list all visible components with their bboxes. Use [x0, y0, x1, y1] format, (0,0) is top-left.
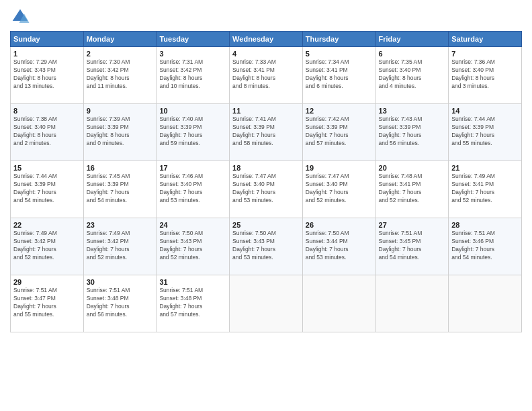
day-info: Sunrise: 7:49 AM Sunset: 3:42 PM Dayligh…	[87, 230, 154, 262]
day-number: 12	[306, 107, 373, 115]
calendar-cell: 13Sunrise: 7:43 AM Sunset: 3:39 PM Dayli…	[375, 104, 449, 161]
day-info: Sunrise: 7:38 AM Sunset: 3:40 PM Dayligh…	[13, 116, 81, 148]
calendar-cell: 28Sunrise: 7:51 AM Sunset: 3:46 PM Dayli…	[449, 218, 522, 275]
day-number: 16	[87, 164, 154, 172]
day-number: 7	[451, 50, 519, 58]
day-number: 18	[232, 164, 300, 172]
day-number: 29	[13, 278, 81, 286]
calendar-cell: 4Sunrise: 7:33 AM Sunset: 3:41 PM Daylig…	[230, 47, 303, 104]
calendar-cell: 12Sunrise: 7:42 AM Sunset: 3:39 PM Dayli…	[302, 104, 375, 161]
day-info: Sunrise: 7:34 AM Sunset: 3:41 PM Dayligh…	[306, 58, 373, 91]
day-number: 6	[379, 50, 446, 58]
day-number: 24	[159, 221, 226, 229]
calendar-cell: 18Sunrise: 7:47 AM Sunset: 3:40 PM Dayli…	[230, 161, 303, 218]
calendar-cell: 21Sunrise: 7:49 AM Sunset: 3:41 PM Dayli…	[449, 161, 522, 218]
day-info: Sunrise: 7:51 AM Sunset: 3:48 PM Dayligh…	[87, 287, 154, 319]
header	[10, 7, 522, 27]
calendar-cell: 11Sunrise: 7:41 AM Sunset: 3:39 PM Dayli…	[230, 104, 303, 161]
day-info: Sunrise: 7:45 AM Sunset: 3:39 PM Dayligh…	[87, 173, 154, 205]
day-info: Sunrise: 7:42 AM Sunset: 3:39 PM Dayligh…	[306, 116, 373, 148]
weekday-wednesday: Wednesday	[230, 32, 303, 47]
day-number: 14	[451, 107, 519, 115]
calendar-week-5: 29Sunrise: 7:51 AM Sunset: 3:47 PM Dayli…	[11, 275, 522, 332]
calendar-week-1: 1Sunrise: 7:29 AM Sunset: 3:43 PM Daylig…	[11, 47, 522, 104]
day-info: Sunrise: 7:50 AM Sunset: 3:44 PM Dayligh…	[306, 230, 373, 262]
calendar-cell: 25Sunrise: 7:50 AM Sunset: 3:43 PM Dayli…	[230, 218, 303, 275]
calendar-cell: 27Sunrise: 7:51 AM Sunset: 3:45 PM Dayli…	[375, 218, 449, 275]
day-number: 2	[87, 50, 154, 58]
day-info: Sunrise: 7:29 AM Sunset: 3:43 PM Dayligh…	[13, 58, 81, 91]
day-number: 11	[232, 107, 300, 115]
calendar-table: SundayMondayTuesdayWednesdayThursdayFrid…	[10, 31, 522, 332]
day-number: 1	[13, 50, 81, 58]
day-number: 21	[451, 164, 519, 172]
day-number: 20	[379, 164, 446, 172]
day-info: Sunrise: 7:50 AM Sunset: 3:43 PM Dayligh…	[232, 230, 300, 262]
day-number: 28	[451, 221, 519, 229]
day-number: 15	[13, 164, 81, 172]
calendar-cell: 29Sunrise: 7:51 AM Sunset: 3:47 PM Dayli…	[11, 275, 84, 332]
day-number: 27	[379, 221, 446, 229]
calendar-cell: 20Sunrise: 7:48 AM Sunset: 3:41 PM Dayli…	[375, 161, 449, 218]
day-info: Sunrise: 7:51 AM Sunset: 3:48 PM Dayligh…	[159, 287, 226, 319]
calendar-cell: 17Sunrise: 7:46 AM Sunset: 3:40 PM Dayli…	[157, 161, 230, 218]
calendar-cell	[375, 275, 449, 332]
weekday-thursday: Thursday	[302, 32, 375, 47]
calendar-cell: 14Sunrise: 7:44 AM Sunset: 3:39 PM Dayli…	[449, 104, 522, 161]
day-info: Sunrise: 7:44 AM Sunset: 3:39 PM Dayligh…	[13, 173, 81, 205]
day-info: Sunrise: 7:51 AM Sunset: 3:45 PM Dayligh…	[379, 230, 446, 262]
calendar-cell: 26Sunrise: 7:50 AM Sunset: 3:44 PM Dayli…	[302, 218, 375, 275]
calendar-body: 1Sunrise: 7:29 AM Sunset: 3:43 PM Daylig…	[11, 47, 522, 332]
calendar-cell: 9Sunrise: 7:39 AM Sunset: 3:39 PM Daylig…	[83, 104, 157, 161]
calendar-cell: 5Sunrise: 7:34 AM Sunset: 3:41 PM Daylig…	[302, 47, 375, 104]
day-info: Sunrise: 7:48 AM Sunset: 3:41 PM Dayligh…	[379, 173, 446, 205]
day-info: Sunrise: 7:33 AM Sunset: 3:41 PM Dayligh…	[232, 58, 300, 91]
day-info: Sunrise: 7:39 AM Sunset: 3:39 PM Dayligh…	[87, 116, 154, 148]
weekday-sunday: Sunday	[11, 32, 84, 47]
day-number: 5	[306, 50, 373, 58]
calendar-cell: 1Sunrise: 7:29 AM Sunset: 3:43 PM Daylig…	[11, 47, 84, 104]
day-info: Sunrise: 7:36 AM Sunset: 3:40 PM Dayligh…	[451, 58, 519, 91]
day-info: Sunrise: 7:49 AM Sunset: 3:42 PM Dayligh…	[13, 230, 81, 262]
day-info: Sunrise: 7:51 AM Sunset: 3:46 PM Dayligh…	[451, 230, 519, 262]
calendar-cell	[302, 275, 375, 332]
day-number: 3	[159, 50, 226, 58]
day-info: Sunrise: 7:31 AM Sunset: 3:42 PM Dayligh…	[159, 58, 226, 91]
calendar-cell: 31Sunrise: 7:51 AM Sunset: 3:48 PM Dayli…	[157, 275, 230, 332]
day-info: Sunrise: 7:40 AM Sunset: 3:39 PM Dayligh…	[159, 116, 226, 148]
weekday-monday: Monday	[83, 32, 157, 47]
calendar-cell: 23Sunrise: 7:49 AM Sunset: 3:42 PM Dayli…	[83, 218, 157, 275]
calendar-week-3: 15Sunrise: 7:44 AM Sunset: 3:39 PM Dayli…	[11, 161, 522, 218]
weekday-friday: Friday	[375, 32, 449, 47]
weekday-saturday: Saturday	[449, 32, 522, 47]
day-number: 8	[13, 107, 81, 115]
day-number: 13	[379, 107, 446, 115]
day-info: Sunrise: 7:49 AM Sunset: 3:41 PM Dayligh…	[451, 173, 519, 205]
day-number: 9	[87, 107, 154, 115]
day-info: Sunrise: 7:47 AM Sunset: 3:40 PM Dayligh…	[232, 173, 300, 205]
day-number: 19	[306, 164, 373, 172]
day-info: Sunrise: 7:44 AM Sunset: 3:39 PM Dayligh…	[451, 116, 519, 148]
calendar-cell: 7Sunrise: 7:36 AM Sunset: 3:40 PM Daylig…	[449, 47, 522, 104]
calendar-cell: 24Sunrise: 7:50 AM Sunset: 3:43 PM Dayli…	[157, 218, 230, 275]
day-number: 4	[232, 50, 300, 58]
calendar-cell: 30Sunrise: 7:51 AM Sunset: 3:48 PM Dayli…	[83, 275, 157, 332]
weekday-header-row: SundayMondayTuesdayWednesdayThursdayFrid…	[11, 32, 522, 47]
day-info: Sunrise: 7:50 AM Sunset: 3:43 PM Dayligh…	[159, 230, 226, 262]
day-number: 10	[159, 107, 226, 115]
calendar-cell: 10Sunrise: 7:40 AM Sunset: 3:39 PM Dayli…	[157, 104, 230, 161]
day-info: Sunrise: 7:35 AM Sunset: 3:40 PM Dayligh…	[379, 58, 446, 91]
calendar-cell: 8Sunrise: 7:38 AM Sunset: 3:40 PM Daylig…	[11, 104, 84, 161]
calendar-cell	[230, 275, 303, 332]
day-info: Sunrise: 7:30 AM Sunset: 3:42 PM Dayligh…	[87, 58, 154, 91]
weekday-tuesday: Tuesday	[157, 32, 230, 47]
calendar-header: SundayMondayTuesdayWednesdayThursdayFrid…	[11, 32, 522, 47]
logo	[10, 7, 32, 27]
calendar-cell: 15Sunrise: 7:44 AM Sunset: 3:39 PM Dayli…	[11, 161, 84, 218]
logo-icon	[10, 7, 30, 27]
calendar-cell	[449, 275, 522, 332]
day-number: 31	[159, 278, 226, 286]
day-info: Sunrise: 7:47 AM Sunset: 3:40 PM Dayligh…	[306, 173, 373, 205]
calendar-cell: 22Sunrise: 7:49 AM Sunset: 3:42 PM Dayli…	[11, 218, 84, 275]
calendar-cell: 6Sunrise: 7:35 AM Sunset: 3:40 PM Daylig…	[375, 47, 449, 104]
